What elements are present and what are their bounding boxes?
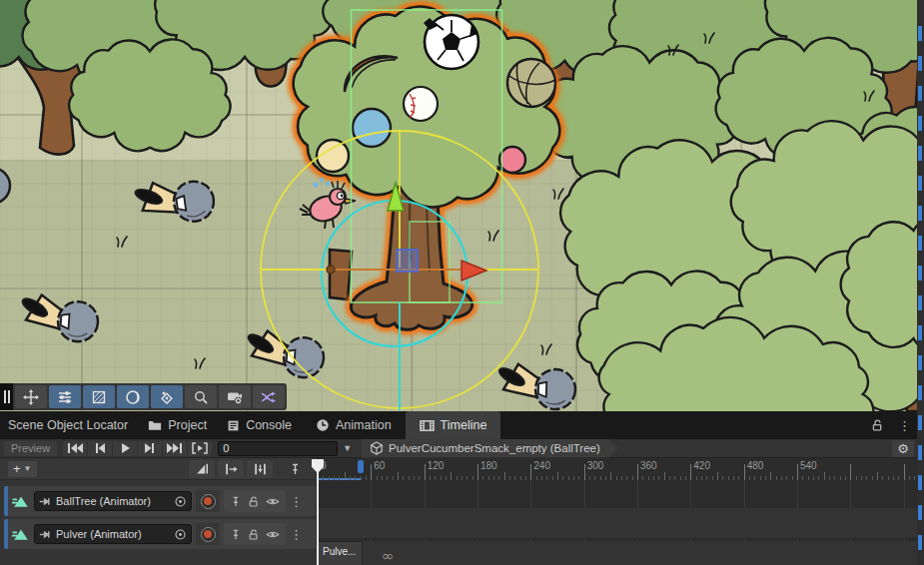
scene-overlay-toolbar <box>0 383 287 410</box>
tab-label: Animation <box>336 418 392 432</box>
track-color-stripe <box>4 519 8 549</box>
blue-ball <box>353 109 391 147</box>
tab-label: Scene Object Locator <box>8 418 128 432</box>
hatch-grid-icon[interactable] <box>83 385 115 408</box>
animation-track-icon <box>12 525 30 543</box>
record-button[interactable] <box>196 490 220 512</box>
track-color-stripe <box>4 486 8 516</box>
tab-animation[interactable]: Animation <box>316 411 392 439</box>
next-frame-button[interactable] <box>138 441 163 456</box>
add-track-button[interactable]: + ▼ <box>8 461 37 477</box>
ruler-label: 120 <box>428 460 445 471</box>
tab-project[interactable]: Project <box>148 411 207 439</box>
timeline-end-marker[interactable] <box>358 460 364 473</box>
chevron-down-icon[interactable]: ▼ <box>343 443 352 453</box>
skip-to-end-button[interactable] <box>163 441 188 456</box>
cube-icon <box>370 441 384 455</box>
marker-pin-icon[interactable] <box>289 462 302 476</box>
chevron-down-icon: ▼ <box>24 462 32 476</box>
plane-handle <box>397 250 418 272</box>
tab-label: Timeline <box>441 418 487 432</box>
playhead-line <box>317 471 319 565</box>
kebab-menu-icon[interactable]: ⋮ <box>898 418 910 433</box>
animation-clip[interactable]: Pulve... <box>318 541 363 565</box>
breadcrumb[interactable]: PulverCucumberSmack_empty (BallTree) <box>362 439 618 458</box>
track-name: Pulver (Animator) <box>56 528 170 540</box>
gear-icon[interactable]: ⚙ <box>892 440 914 457</box>
track-lane <box>318 508 917 538</box>
move-tool-icon[interactable] <box>15 385 47 408</box>
previous-frame-button[interactable] <box>88 441 113 456</box>
sliders-icon[interactable] <box>49 385 81 408</box>
toolbar-grip-handle[interactable] <box>0 383 13 410</box>
play-button[interactable] <box>113 441 138 456</box>
track-menu-icon[interactable]: ⋮ <box>290 494 302 509</box>
film-icon <box>420 418 435 433</box>
infinity-icon: ∞ <box>382 541 395 565</box>
clip-edit-mode-replace-icon[interactable] <box>247 460 273 478</box>
editor-window: Scene Object Locator Project Console Ani… <box>0 0 924 565</box>
track-header-column: + ▼ BallTree (Animator) <box>0 458 318 565</box>
pink-ball <box>499 147 525 173</box>
ruler-label: 540 <box>800 460 817 471</box>
animation-track-icon <box>12 492 30 510</box>
panel-tab-bar: Scene Object Locator Project Console Ani… <box>0 411 924 439</box>
pin-icon[interactable] <box>230 495 242 508</box>
timeline-panel: + ▼ BallTree (Animator) <box>0 458 924 565</box>
eye-icon[interactable] <box>266 528 280 541</box>
shuffle-icon[interactable] <box>253 385 285 408</box>
track-binding-field[interactable]: Pulver (Animator) <box>34 524 192 544</box>
track-row-balltree[interactable]: BallTree (Animator) ⋮ <box>4 486 316 516</box>
skip-to-start-button[interactable] <box>63 441 88 456</box>
eye-icon[interactable] <box>266 495 280 508</box>
contrast-circle-icon[interactable] <box>117 385 149 408</box>
object-picker-icon[interactable] <box>174 495 187 508</box>
animator-icon <box>39 528 52 541</box>
clips-area[interactable]: Pulve... ∞ <box>318 480 917 565</box>
pivot-handle <box>327 266 335 274</box>
tab-label: Project <box>168 418 207 432</box>
track-lane <box>318 541 917 565</box>
track-binding-field[interactable]: BallTree (Animator) <box>34 491 192 511</box>
track-menu-icon[interactable]: ⋮ <box>290 527 302 542</box>
folder-icon <box>148 418 162 432</box>
track-row-pulver[interactable]: Pulver (Animator) ⋮ <box>4 519 316 549</box>
tab-console[interactable]: Console <box>227 411 292 439</box>
right-scrollbar[interactable] <box>917 0 924 565</box>
gizmo-diamond-icon[interactable] <box>151 385 183 408</box>
console-icon <box>227 419 240 432</box>
track-name: BallTree (Animator) <box>56 495 170 507</box>
baseball <box>404 87 438 121</box>
ruler-label: 180 <box>480 460 497 471</box>
search-icon[interactable] <box>185 385 217 408</box>
ruler-label: 300 <box>587 460 604 471</box>
ruler-label: 60 <box>374 460 385 471</box>
scene-view[interactable] <box>0 0 924 411</box>
ruler-label: 240 <box>533 460 550 471</box>
pin-icon[interactable] <box>230 528 242 541</box>
timeline-ruler[interactable]: 0 60120180240300360420480540 <box>318 458 917 480</box>
ruler-label: 420 <box>693 460 710 471</box>
plus-icon: + <box>13 462 21 476</box>
object-picker-icon[interactable] <box>174 528 187 541</box>
tab-timeline[interactable]: Timeline <box>406 411 501 439</box>
record-button[interactable] <box>196 523 220 545</box>
play-range-button[interactable] <box>188 441 212 456</box>
animator-icon <box>39 495 52 508</box>
timeline-toolbar: Preview 0 ▼ PulverCucumberSmack_empty (B… <box>0 439 924 458</box>
unlock-icon[interactable] <box>248 528 260 541</box>
clock-icon <box>316 418 330 432</box>
breadcrumb-label: PulverCucumberSmack_empty (BallTree) <box>389 442 600 454</box>
unlock-icon[interactable] <box>871 418 884 432</box>
tab-label: Console <box>246 418 292 432</box>
tab-scene-object-locator[interactable]: Scene Object Locator <box>8 411 128 439</box>
clip-edit-mode-ripple-icon[interactable] <box>218 460 244 478</box>
current-frame-field[interactable]: 0 <box>218 441 338 456</box>
preview-toggle-button[interactable]: Preview <box>4 441 57 456</box>
unlock-icon[interactable] <box>248 495 260 508</box>
curves-view-icon[interactable] <box>189 460 215 478</box>
ruler-label: 480 <box>747 460 764 471</box>
ruler-label: 360 <box>640 460 657 471</box>
camera-visibility-icon[interactable] <box>219 385 251 408</box>
